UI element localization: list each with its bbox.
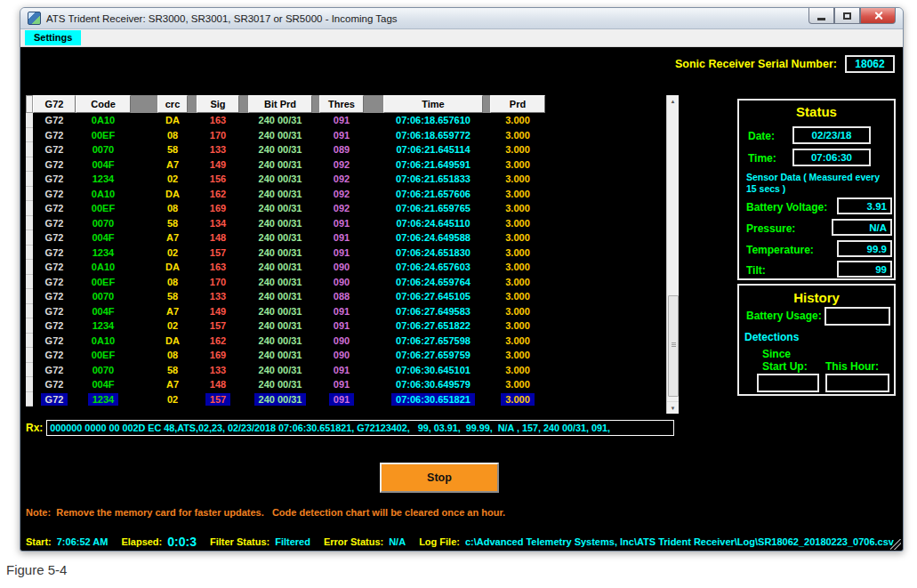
- rx-data-field[interactable]: 000000 0000 00 002D EC 48,ATS,02,23, 02/…: [46, 420, 674, 436]
- cell-g72: G72: [33, 217, 76, 230]
- cell-crc: A7: [157, 231, 188, 244]
- battery-voltage-label: Battery Voltage:: [746, 201, 827, 213]
- table-row[interactable]: G7200EF08170240 00/3109107:06:18.6597723…: [26, 128, 679, 143]
- cell-bit_prd: 240 00/31: [248, 261, 312, 273]
- column-header-sig[interactable]: Sig: [197, 95, 239, 113]
- cell-text: 162: [205, 334, 230, 347]
- cell-code: 00EF: [76, 202, 131, 214]
- cell-time: 07:06:21.645114: [383, 143, 483, 156]
- menu-item-settings[interactable]: Settings: [25, 30, 81, 45]
- table-row[interactable]: G72007058134240 00/3109107:06:24.6451103…: [26, 216, 679, 231]
- resize-grip-icon[interactable]: [890, 539, 901, 550]
- maximize-button[interactable]: [834, 8, 860, 24]
- cell-thres: 091: [319, 364, 364, 376]
- log-file-pair: Log File: c:\Advanced Telemetry Systems,…: [419, 536, 894, 547]
- table-row[interactable]: G72123402157240 00/3109107:06:24.6518303…: [26, 246, 679, 261]
- row-header-stub: [26, 334, 33, 349]
- rx-label: Rx:: [26, 422, 43, 434]
- cell-spacer: [312, 216, 319, 231]
- column-header-thres[interactable]: Thres: [319, 95, 364, 113]
- table-row[interactable]: G72004FA7149240 00/3109207:06:21.6495913…: [26, 157, 679, 173]
- cell-text: 0A10: [87, 261, 119, 273]
- cell-text: 240 00/31: [254, 188, 307, 200]
- cell-spacer: [312, 187, 319, 202]
- scroll-down-icon[interactable]: ▼: [667, 401, 679, 414]
- cell-time: 07:06:21.651833: [383, 173, 483, 185]
- cell-sig: 133: [197, 290, 239, 302]
- minimize-button[interactable]: [808, 8, 834, 24]
- cell-spacer: [188, 187, 197, 202]
- table-row[interactable]: G72007058133240 00/3108807:06:27.6451053…: [26, 289, 679, 304]
- cell-crc: A7: [157, 378, 188, 391]
- scrollbar-thumb[interactable]: [668, 295, 679, 397]
- cell-text: 169: [205, 202, 230, 214]
- table-row[interactable]: G72004FA7148240 00/3109107:06:30.6495793…: [26, 377, 679, 392]
- cell-crc: DA: [157, 334, 188, 347]
- cell-text: 1234: [88, 246, 118, 259]
- cell-spacer: [188, 348, 197, 363]
- column-header-g72[interactable]: G72: [33, 95, 76, 113]
- cell-prd: 3.000: [490, 114, 545, 126]
- table-row[interactable]: G720A10DA163240 00/3109107:06:18.6576103…: [26, 113, 679, 128]
- table-row[interactable]: G72004FA7148240 00/3109107:06:24.6495883…: [26, 230, 679, 246]
- column-header-time[interactable]: Time: [383, 95, 483, 113]
- cell-thres: 091: [319, 217, 364, 230]
- table-row[interactable]: G72123402157240 00/3109107:06:30.6518213…: [26, 392, 679, 407]
- cell-spacer: [188, 392, 197, 407]
- cell-code: 004F: [76, 378, 131, 391]
- cell-text: 134: [205, 217, 230, 230]
- cell-text: 090: [329, 349, 354, 361]
- table-row[interactable]: G720A10DA162240 00/3109207:06:21.6576063…: [26, 187, 679, 202]
- cell-spacer: [483, 304, 490, 319]
- table-row[interactable]: G7200EF08169240 00/3109007:06:27.6597593…: [26, 348, 679, 363]
- table-row[interactable]: G72004FA7149240 00/3109107:06:27.6495833…: [26, 304, 679, 319]
- table-row[interactable]: G72123402156240 00/3109207:06:21.6518333…: [26, 172, 679, 187]
- cell-text: 08: [163, 349, 182, 361]
- cell-spacer: [312, 289, 319, 304]
- error-status-label: Error Status:: [324, 536, 383, 547]
- table-row[interactable]: G720A10DA162240 00/3109007:06:27.6575983…: [26, 334, 679, 349]
- cell-text: G72: [41, 114, 68, 126]
- table-row[interactable]: G7200EF08170240 00/3109007:06:24.6597643…: [26, 275, 679, 290]
- column-header-prd[interactable]: Prd: [490, 95, 545, 113]
- column-header-crc[interactable]: crc: [157, 95, 188, 113]
- cell-text: 240 00/31: [254, 202, 307, 214]
- cell-text: 07:06:30.651821: [391, 393, 475, 406]
- cell-text: 092: [329, 202, 354, 214]
- column-header-code[interactable]: Code: [76, 95, 131, 113]
- cell-text: 088: [329, 290, 354, 302]
- table-row[interactable]: G720A10DA163240 00/3109007:06:24.6576033…: [26, 260, 679, 275]
- cell-spacer: [312, 377, 319, 392]
- cell-spacer: [312, 157, 319, 173]
- header-spacer: [483, 95, 490, 113]
- cell-text: 07:06:24.659764: [391, 276, 475, 288]
- cell-spacer: [131, 230, 157, 246]
- stop-button[interactable]: Stop: [380, 463, 499, 493]
- table-row[interactable]: G72007058133240 00/3108907:06:21.6451143…: [26, 142, 679, 157]
- cell-thres: 092: [319, 173, 364, 185]
- row-header-stub: [26, 392, 33, 407]
- close-button[interactable]: [860, 8, 896, 24]
- column-header-bit_prd[interactable]: Bit Prd: [248, 95, 312, 113]
- incoming-tags-table[interactable]: G72CodecrcSigBit PrdThresTimePrd G720A10…: [26, 95, 679, 414]
- cell-spacer: [239, 187, 248, 202]
- cell-text: 133: [205, 290, 230, 302]
- cell-thres: 088: [319, 290, 364, 302]
- table-row[interactable]: G7200EF08169240 00/3109207:06:21.6597653…: [26, 201, 679, 216]
- cell-text: 3.000: [501, 217, 535, 230]
- cell-text: 07:06:30.649579: [391, 378, 475, 391]
- row-header-stub: [26, 230, 33, 246]
- table-vertical-scrollbar[interactable]: ▲ ▼: [666, 95, 679, 414]
- cell-prd: 3.000: [490, 246, 545, 259]
- cell-spacer: [188, 230, 197, 246]
- cell-sig: 133: [197, 364, 239, 376]
- title-bar[interactable]: ATS Trident Receiver: SR3000, SR3001, SR…: [20, 8, 903, 29]
- table-row[interactable]: G72123402157240 00/3109107:06:27.6518223…: [26, 318, 679, 334]
- cell-spacer: [131, 260, 157, 275]
- cell-g72: G72: [33, 188, 76, 200]
- cell-bit_prd: 240 00/31: [248, 393, 312, 406]
- scroll-up-icon[interactable]: ▲: [667, 95, 679, 108]
- cell-crc: 02: [157, 393, 188, 406]
- table-row[interactable]: G72007058133240 00/3109107:06:30.6451013…: [26, 363, 679, 378]
- window-controls: [808, 8, 896, 24]
